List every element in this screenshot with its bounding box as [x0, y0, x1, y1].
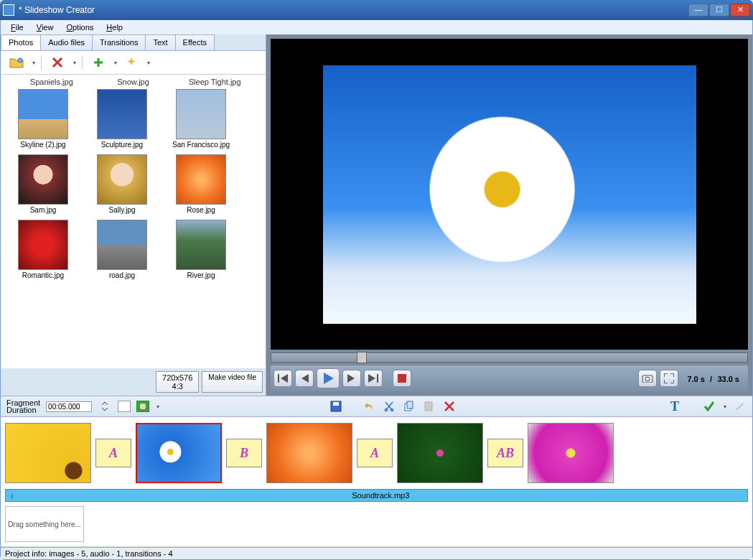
stop-button[interactable] [393, 370, 411, 387]
next-button[interactable] [342, 370, 361, 387]
photo-item[interactable]: Sally.jpg [83, 154, 162, 214]
svg-rect-1 [398, 374, 406, 383]
paste-icon[interactable] [422, 399, 436, 414]
close-button[interactable]: ✕ [730, 4, 750, 17]
photo-item[interactable]: San Francisco.jpg [162, 89, 240, 149]
face-dropdown-icon[interactable]: ▾ [156, 403, 159, 410]
menu-view[interactable]: View [31, 22, 60, 33]
timeline-dropzone[interactable]: Drag something here... [5, 506, 84, 542]
make-video-button[interactable]: Make video file [202, 371, 263, 393]
delete-icon[interactable] [442, 399, 457, 414]
timeline-slide[interactable] [397, 423, 483, 483]
photo-item[interactable]: Sam.jpg [4, 154, 83, 214]
timeline-slide-selected[interactable] [136, 423, 222, 483]
photo-label: Snow.jpg [93, 78, 174, 86]
tab-effects[interactable]: Effects [175, 34, 215, 50]
preview-pane: 7.0 s / 33.0 s [266, 34, 752, 396]
photo-item[interactable]: Romantic.jpg [4, 220, 83, 279]
add-dropdown-icon[interactable]: ▾ [114, 60, 117, 66]
preview-image [323, 65, 696, 324]
copy-icon[interactable] [402, 399, 416, 414]
cut-icon[interactable] [382, 399, 396, 414]
open-folder-button[interactable] [6, 54, 27, 71]
accept-dropdown-icon[interactable]: ▾ [724, 403, 726, 410]
photo-label: Sleep Tight.jpg [174, 78, 256, 86]
maximize-button[interactable]: ☐ [709, 4, 729, 17]
menu-help[interactable]: Help [100, 22, 128, 33]
duration-stepper[interactable] [98, 399, 112, 414]
save-icon[interactable] [329, 399, 343, 414]
undo-icon[interactable] [362, 399, 376, 414]
snapshot-button[interactable] [638, 370, 657, 387]
preview-frame [271, 39, 748, 350]
time-display: 7.0 s / 33.0 s [681, 373, 745, 384]
add-button[interactable] [88, 54, 108, 71]
menu-options[interactable]: Options [60, 22, 99, 33]
photo-item[interactable]: road.jpg [83, 220, 162, 279]
photo-item[interactable]: Skyline (2).jpg [4, 89, 83, 149]
timeline-transition[interactable]: A [95, 439, 131, 467]
audio-filename: Soundtrack.mp3 [19, 491, 744, 500]
svg-rect-5 [333, 402, 339, 406]
window-title: * Slideshow Creator [19, 5, 688, 15]
content-tabs: Photos Audio files Transitions Text Effe… [1, 34, 266, 51]
tab-audio[interactable]: Audio files [40, 34, 93, 50]
prev-button[interactable] [295, 370, 314, 387]
tab-transitions[interactable]: Transitions [92, 34, 146, 50]
timeline-slide[interactable] [5, 423, 91, 483]
timeline-toolbar: Fragment Duration ▾ T ▾ [1, 396, 752, 417]
scrub-bar[interactable] [271, 353, 748, 363]
open-dropdown-icon[interactable]: ▾ [32, 60, 35, 66]
minimize-button[interactable]: — [688, 4, 708, 17]
timeline-slide[interactable] [266, 423, 352, 483]
fragment-duration-input[interactable] [46, 401, 92, 412]
delete-button[interactable] [47, 54, 67, 71]
scrub-handle[interactable] [357, 352, 367, 363]
timeline-slide[interactable] [528, 423, 614, 483]
svg-rect-11 [427, 401, 430, 403]
photo-item[interactable]: Sculpture.jpg [83, 89, 162, 149]
timeline: A B A AB ♪ Soundtrack.mp3 Drag something… [1, 417, 752, 547]
last-button[interactable] [364, 370, 383, 387]
resolution-button[interactable]: 720x576 4:3 [156, 371, 199, 393]
first-button[interactable] [273, 370, 292, 387]
timeline-transition[interactable]: A [357, 439, 393, 467]
effect-dropdown-icon[interactable]: ▾ [147, 60, 150, 66]
tab-text[interactable]: Text [145, 34, 175, 50]
svg-point-3 [645, 377, 650, 381]
delete-dropdown-icon[interactable]: ▾ [73, 60, 76, 66]
effect-button[interactable] [121, 54, 141, 71]
timeline-transition[interactable]: B [226, 439, 262, 467]
photo-toolbar: ▾ ▾ ▾ ▾ [1, 51, 266, 75]
photo-grid[interactable]: Spaniels.jpg Snow.jpg Sleep Tight.jpg Sk… [1, 75, 266, 368]
timeline-transition[interactable]: AB [487, 439, 523, 467]
blank-slide-button[interactable] [118, 401, 131, 412]
timeline-audio-track[interactable]: ♪ Soundtrack.mp3 [5, 489, 748, 502]
text-tool-icon[interactable]: T [668, 399, 682, 414]
app-icon [3, 4, 14, 16]
svg-rect-9 [407, 401, 413, 409]
play-button[interactable] [317, 368, 340, 388]
status-bar: Project info: images - 5, audio - 1, tra… [1, 547, 752, 559]
menu-bar: File View Options Help [1, 20, 752, 34]
accept-icon[interactable] [702, 399, 716, 414]
photo-item[interactable]: River.jpg [162, 220, 240, 279]
photo-item[interactable]: Rose.jpg [162, 154, 240, 214]
svg-point-0 [18, 58, 22, 62]
face-crop-button[interactable] [136, 401, 149, 412]
photo-label: Spaniels.jpg [11, 78, 93, 86]
brush-icon[interactable] [732, 399, 747, 414]
fullscreen-button[interactable] [660, 370, 678, 387]
music-note-icon: ♪ [10, 491, 14, 500]
title-bar: * Slideshow Creator — ☐ ✕ [0, 0, 753, 20]
menu-file[interactable]: File [5, 22, 29, 33]
tab-photos[interactable]: Photos [1, 34, 41, 50]
fragment-duration-label: Fragment Duration [6, 399, 40, 414]
